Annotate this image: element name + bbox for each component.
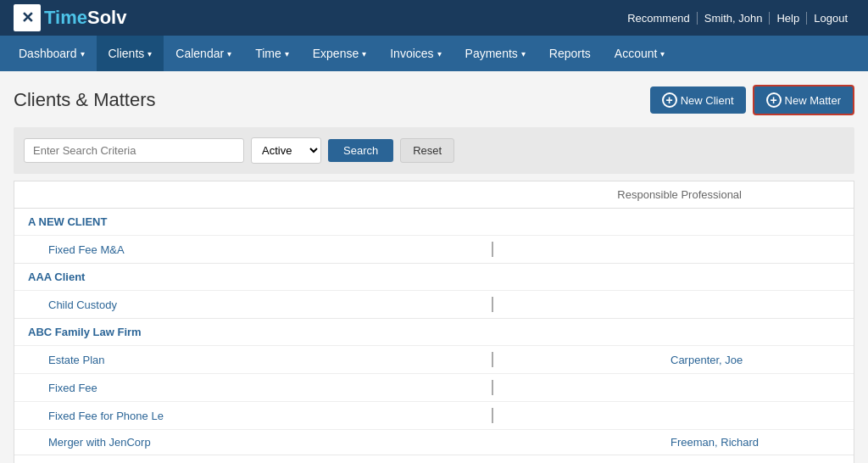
- recommend-link[interactable]: Recommend: [620, 12, 698, 25]
- expense-caret: ▾: [362, 49, 366, 59]
- responsible-name: Carpenter, Joe: [670, 354, 743, 366]
- page-title: Clients & Matters: [14, 89, 156, 111]
- client-name-aaa-client[interactable]: AAA Client: [14, 264, 854, 291]
- matter-row-estate-plan[interactable]: Estate Plan Carpenter, Joe: [14, 346, 854, 374]
- new-client-button[interactable]: + New Client: [650, 86, 746, 114]
- main-content: Clients & Matters + New Client + New Mat…: [0, 71, 868, 463]
- matter-icon: [492, 380, 493, 395]
- matter-row-inner: Fixed Fee M&A: [48, 242, 840, 257]
- account-caret: ▾: [660, 49, 665, 59]
- matter-row-inner: Fixed Fee for Phone Le: [48, 408, 840, 423]
- nav-clients[interactable]: Clients ▾: [97, 36, 164, 71]
- client-name-a-new-client[interactable]: A NEW CLIENT: [14, 209, 854, 236]
- matter-icon: [492, 408, 493, 423]
- matter-row-inner: Fixed Fee: [48, 380, 840, 395]
- nav-invoices[interactable]: Invoices ▾: [378, 36, 453, 71]
- payments-caret: ▾: [521, 49, 526, 59]
- help-link[interactable]: Help: [770, 12, 807, 25]
- nav-account[interactable]: Account ▾: [603, 36, 677, 71]
- matter-name-fixed-fee-phone[interactable]: Fixed Fee for Phone Le: [48, 410, 501, 422]
- status-select[interactable]: Active Inactive All: [251, 137, 321, 164]
- dashboard-caret: ▾: [81, 49, 85, 59]
- matter-icon-col: [501, 408, 670, 423]
- responsible-name-freeman: Freeman, Richard: [670, 436, 759, 449]
- matter-icon-col: [501, 242, 670, 257]
- matter-row-fixed-fee[interactable]: Fixed Fee: [14, 374, 854, 402]
- new-client-plus-icon: +: [662, 92, 677, 108]
- nav-calendar[interactable]: Calendar ▾: [164, 36, 243, 71]
- matter-row-merger[interactable]: Merger with JenCorp Freeman, Richard: [14, 430, 854, 455]
- logo-icon: ✕: [14, 4, 41, 31]
- responsible-col: Carpenter, Joe: [670, 354, 840, 366]
- matter-name[interactable]: Fixed Fee M&A: [48, 243, 501, 256]
- responsible-col: Freeman, Richard: [670, 436, 840, 449]
- calendar-caret: ▾: [227, 49, 231, 59]
- clients-caret: ▾: [147, 49, 152, 59]
- client-group-a-new-client: A NEW CLIENT Fixed Fee M&A: [14, 209, 854, 264]
- client-name-abc-family-law[interactable]: ABC Family Law Firm: [14, 319, 854, 346]
- client-group-best-portal: Best Portal Inc: [14, 455, 854, 463]
- client-group-abc-family-law: ABC Family Law Firm Estate Plan Carpente…: [14, 319, 854, 455]
- matter-icon-col: [501, 380, 670, 395]
- table-header: Responsible Professional: [14, 181, 854, 209]
- nav-bar: Dashboard ▾ Clients ▾ Calendar ▾ Time ▾ …: [0, 36, 868, 71]
- logout-link[interactable]: Logout: [807, 12, 854, 25]
- search-bar: Active Inactive All Search Reset: [14, 127, 854, 174]
- matter-name[interactable]: Child Custody: [48, 298, 501, 311]
- client-group-aaa-client: AAA Client Child Custody: [14, 264, 854, 319]
- matter-row-inner: Merger with JenCorp Freeman, Richard: [48, 436, 840, 449]
- matter-name-merger[interactable]: Merger with JenCorp: [48, 436, 501, 449]
- matter-name-fixed-fee[interactable]: Fixed Fee: [48, 382, 501, 394]
- invoices-caret: ▾: [437, 49, 442, 59]
- top-bar: ✕ TimeSolv Recommend Smith, John Help Lo…: [0, 0, 868, 36]
- nav-payments[interactable]: Payments ▾: [453, 36, 537, 71]
- responsible-professional-header: Responsible Professional: [617, 188, 843, 201]
- new-matter-plus-icon: +: [766, 92, 782, 108]
- matter-row-inner: Estate Plan Carpenter, Joe: [48, 352, 840, 367]
- matter-icon: [492, 242, 493, 257]
- matter-icon-col: [501, 297, 670, 312]
- matter-row-fixed-fee-phone[interactable]: Fixed Fee for Phone Le: [14, 402, 854, 430]
- search-button[interactable]: Search: [328, 139, 393, 162]
- new-client-label: New Client: [681, 94, 734, 107]
- matter-row[interactable]: Fixed Fee M&A: [14, 236, 854, 263]
- search-input[interactable]: [24, 138, 244, 163]
- user-link[interactable]: Smith, John: [698, 12, 771, 25]
- reset-button[interactable]: Reset: [400, 138, 454, 163]
- matter-row-inner: Child Custody: [48, 297, 840, 312]
- matter-icon: [492, 352, 493, 367]
- logo-text: TimeSolv: [44, 7, 126, 29]
- nav-time[interactable]: Time ▾: [243, 36, 301, 71]
- page-header: Clients & Matters + New Client + New Mat…: [14, 85, 854, 115]
- logo: ✕ TimeSolv: [14, 4, 126, 31]
- nav-expense[interactable]: Expense ▾: [301, 36, 378, 71]
- client-name-best-portal[interactable]: Best Portal Inc: [14, 455, 854, 463]
- nav-dashboard[interactable]: Dashboard ▾: [7, 36, 97, 71]
- matter-row[interactable]: Child Custody: [14, 291, 854, 318]
- nav-reports[interactable]: Reports: [537, 36, 603, 71]
- time-caret: ▾: [285, 49, 289, 59]
- matter-name-estate-plan[interactable]: Estate Plan: [48, 354, 501, 366]
- new-matter-button[interactable]: + New Matter: [753, 85, 854, 115]
- top-links: Recommend Smith, John Help Logout: [620, 12, 854, 25]
- matter-icon: [492, 297, 493, 312]
- matter-icon-col: [501, 352, 670, 367]
- clients-table: Responsible Professional A NEW CLIENT Fi…: [14, 181, 854, 463]
- header-actions: + New Client + New Matter: [650, 85, 854, 115]
- new-matter-label: New Matter: [785, 94, 841, 107]
